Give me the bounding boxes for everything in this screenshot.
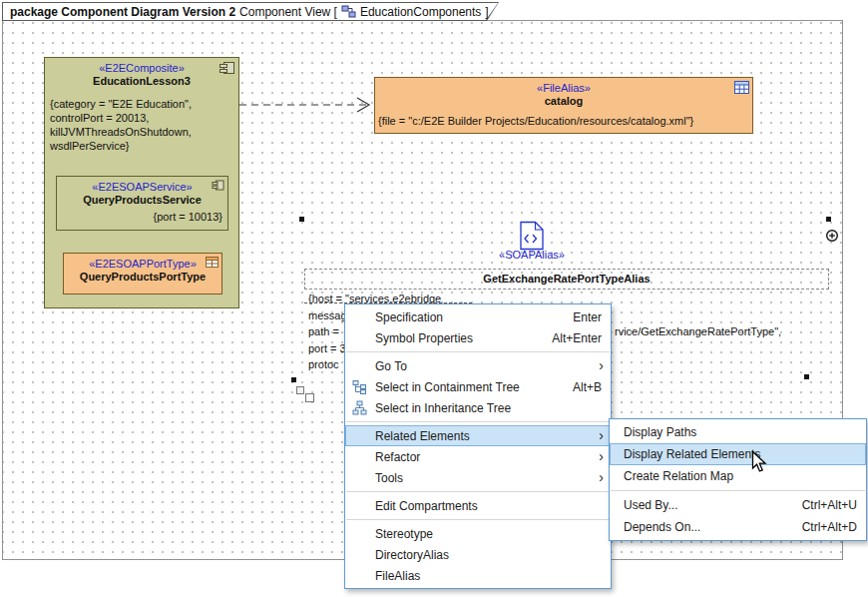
stereotype-label: «E2ESOAPPortType»	[64, 254, 221, 270]
file-alias-icon	[734, 81, 749, 94]
node-name: GetExchangeRatePortTypeAlias	[483, 273, 650, 285]
node-catalog[interactable]: «FileAlias» catalog {file = "c:/E2E Buil…	[374, 77, 753, 134]
frame-diagram-name: EducationComponents	[360, 5, 481, 19]
stereotype-label: «E2EComposite»	[45, 58, 238, 74]
file-property: {file = "c:/E2E Builder Projects/Educati…	[375, 107, 752, 127]
dependency-arrow[interactable]	[239, 94, 375, 116]
port-type-icon	[206, 257, 218, 268]
menu-item-filealias[interactable]: FileAlias	[345, 565, 611, 586]
property-fragment: path =	[308, 325, 339, 337]
node-name: catalog	[375, 94, 752, 107]
menu-item-related-elements[interactable]: Related Elements ›	[345, 425, 611, 446]
menu-item-label: Go To	[375, 359, 407, 373]
node-name: EducationLesson3	[45, 74, 238, 87]
context-menu: Specification Enter Symbol Properties Al…	[344, 303, 612, 589]
menu-separator	[346, 421, 610, 422]
menu-item-tools[interactable]: Tools ›	[345, 467, 611, 488]
menu-separator	[611, 490, 865, 491]
menu-item-go-to[interactable]: Go To ›	[345, 355, 611, 376]
menu-item-symbol-properties[interactable]: Symbol Properties Alt+Enter	[345, 327, 611, 348]
menu-item-shortcut: Enter	[555, 310, 602, 324]
menu-item-label: Display Related Elements	[624, 447, 760, 461]
soap-alias-icon[interactable]	[519, 221, 545, 251]
submenu-item-display-related-elements[interactable]: Display Related Elements	[610, 443, 866, 465]
menu-item-specification[interactable]: Specification Enter	[345, 306, 611, 327]
menu-item-label: Used By...	[624, 498, 677, 512]
submenu-item-depends-on[interactable]: Depends On... Ctrl+Alt+D	[610, 516, 866, 538]
node-name: QueryProductsPortType	[64, 270, 221, 283]
menu-item-stereotype[interactable]: Stereotype	[345, 523, 611, 544]
menu-item-label: Select in Containment Tree	[375, 380, 520, 394]
submenu-item-create-relation-map[interactable]: Create Relation Map	[610, 465, 866, 487]
property-fragment: protoc	[308, 358, 339, 370]
submenu-arrow-icon: ›	[599, 427, 604, 443]
menu-item-select-in-inheritance-tree[interactable]: Select in Inheritance Tree	[345, 397, 611, 418]
selection-handle[interactable]	[291, 377, 296, 382]
menu-item-label: Depends On...	[624, 520, 700, 534]
stereotype-label: «E2ESOAPService»	[57, 177, 227, 193]
menu-item-label: Related Elements	[375, 429, 470, 443]
menu-item-label: Refactor	[375, 450, 420, 464]
menu-item-shortcut: Alt+Enter	[534, 331, 602, 345]
node-query-products-port-type[interactable]: «E2ESOAPPortType» QueryProductsPortType	[63, 253, 222, 295]
submenu-arrow-icon: ›	[599, 469, 604, 485]
expand-manipulator-icon[interactable]	[825, 229, 839, 243]
property-line: {category = "E2E Education",	[50, 97, 238, 111]
menu-item-label: Display Paths	[624, 425, 696, 439]
menu-item-label: Tools	[375, 471, 403, 485]
service-icon	[212, 180, 224, 191]
selection-handle[interactable]	[299, 217, 304, 222]
property-line: killJVMThreadsOnShutdown,	[50, 125, 238, 139]
node-query-products-service[interactable]: «E2ESOAPService» QueryProductsService {p…	[56, 176, 228, 231]
component-diagram-icon	[341, 5, 356, 18]
property-line: controlPort = 20013,	[50, 111, 238, 125]
menu-separator	[346, 351, 610, 352]
property-fragment: rvice/GetExchangeRatePortType",	[615, 325, 781, 337]
component-icon	[218, 61, 235, 75]
menu-item-shortcut: Alt+B	[555, 380, 602, 394]
inheritance-tree-icon	[352, 400, 367, 415]
menu-item-label: Edit Compartments	[375, 499, 478, 513]
submenu-arrow-icon: ›	[599, 357, 604, 373]
compartment-manipulator-icon[interactable]	[296, 386, 304, 394]
menu-item-shortcut: Ctrl+Alt+U	[784, 498, 857, 512]
menu-item-select-in-containment-tree[interactable]: Select in Containment Tree Alt+B	[345, 376, 611, 397]
stereotype-label: «FileAlias»	[375, 78, 752, 94]
submenu-item-display-paths[interactable]: Display Paths	[610, 421, 866, 443]
menu-item-label: Stereotype	[375, 527, 433, 541]
menu-item-label: Symbol Properties	[375, 331, 473, 345]
selection-handle[interactable]	[826, 217, 831, 222]
node-get-exchange-rate-port-type-alias[interactable]: GetExchangeRatePortTypeAlias	[304, 269, 829, 290]
frame-close-bracket: ]	[485, 5, 488, 19]
containment-tree-icon	[352, 379, 367, 394]
menu-separator	[346, 491, 610, 492]
diagram-editor: package Component Diagram Version 2 Comp…	[0, 0, 868, 597]
submenu-arrow-icon: ›	[599, 448, 604, 464]
node-name: QueryProductsService	[57, 193, 227, 206]
mouse-cursor	[751, 450, 768, 473]
menu-item-edit-compartments[interactable]: Edit Compartments	[345, 495, 611, 516]
menu-item-directoryalias[interactable]: DirectoryAlias	[345, 544, 611, 565]
menu-item-label: DirectoryAlias	[375, 548, 449, 562]
frame-kind-label: package Component Diagram Version 2	[10, 5, 235, 19]
related-elements-submenu: Display Paths Display Related Elements C…	[609, 418, 867, 541]
port-property: {port = 10013}	[57, 206, 227, 223]
menu-item-shortcut: Ctrl+Alt+D	[784, 520, 857, 534]
menu-item-label: Select in Inheritance Tree	[375, 401, 511, 415]
submenu-item-used-by[interactable]: Used By... Ctrl+Alt+U	[610, 494, 866, 516]
property-line: wsdlPerService}	[50, 139, 238, 153]
selection-handle[interactable]	[804, 374, 809, 379]
menu-item-label: Specification	[375, 310, 443, 324]
menu-separator	[346, 519, 610, 520]
diagram-frame-tab: package Component Diagram Version 2 Comp…	[2, 2, 499, 21]
node-properties: {category = "E2E Education", controlPort…	[45, 87, 238, 153]
frame-view-label: Component View [	[239, 5, 337, 19]
menu-item-label: Create Relation Map	[624, 469, 733, 483]
menu-item-refactor[interactable]: Refactor ›	[345, 446, 611, 467]
property-fragment: messag	[308, 309, 347, 321]
property-fragment: port = 3	[308, 342, 346, 354]
stereotype-label: «SOAPAlias»	[467, 249, 597, 261]
menu-item-label: FileAlias	[375, 569, 420, 583]
compartment-manipulator-icon[interactable]	[305, 393, 314, 402]
